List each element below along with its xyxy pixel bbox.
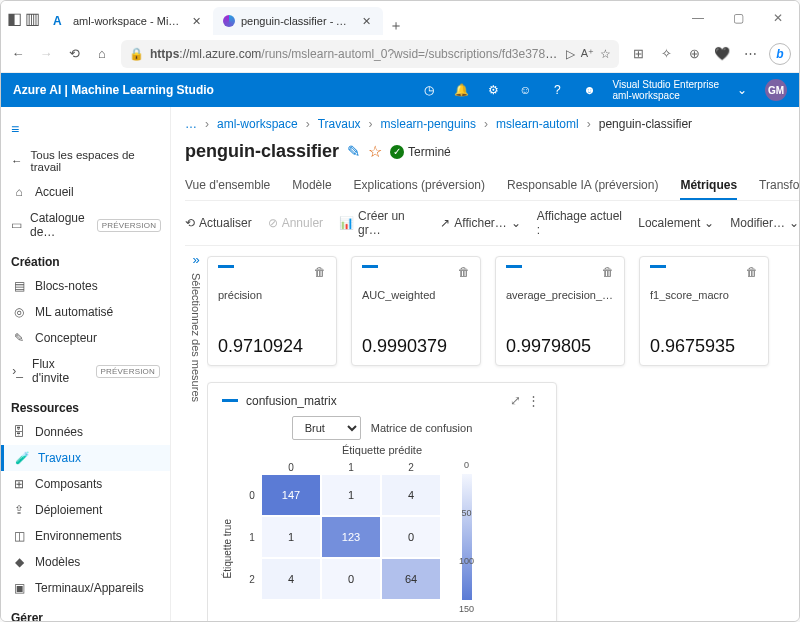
sidebar-section-manage: Gérer <box>1 601 170 621</box>
sidebar-item-deploy[interactable]: ⇪Déploiement <box>1 497 170 523</box>
browser-tab[interactable]: A aml-workspace - Microsoft Azur ✕ <box>43 7 213 35</box>
expand-icon[interactable]: ⤢ <box>506 393 524 408</box>
check-icon: ✓ <box>390 145 404 159</box>
more-icon[interactable]: ⋯ <box>741 46 759 61</box>
edit-icon[interactable]: ✎ <box>347 142 360 161</box>
toolbar: ⟲Actualiser ⊘Annuler 📊Créer un gr… ↗Affi… <box>185 201 799 246</box>
chevron-right-icon[interactable]: » <box>192 252 199 267</box>
cm-cell: 0 <box>321 558 381 600</box>
bing-copilot-button[interactable]: b <box>769 43 791 65</box>
sidebar-item-catalog[interactable]: ▭Catalogue de…PRÉVERSION <box>1 205 170 245</box>
cm-row-header: 2 <box>243 558 261 600</box>
workspace-switcher[interactable]: Visual Studio Enterprise aml-workspace <box>612 79 719 101</box>
avatar[interactable]: GM <box>765 79 787 101</box>
confusion-matrix-card: confusion_matrix ⤢ ⋮ Brut Matrice de con… <box>207 382 557 621</box>
metric-value: 0.9710924 <box>218 336 326 357</box>
feedback-icon[interactable]: ☺ <box>516 83 534 97</box>
help-icon[interactable]: ? <box>548 83 566 97</box>
breadcrumb-ellipsis[interactable]: … <box>185 117 197 131</box>
cancel-button: ⊘Annuler <box>268 216 323 230</box>
sidebar-item-promptflow[interactable]: ›_Flux d'invitePRÉVERSION <box>1 351 170 391</box>
star-icon[interactable]: ☆ <box>368 142 382 161</box>
models-icon: ◆ <box>11 555 27 569</box>
browser-tab-active[interactable]: penguin-classifier - Azure AI | M ✕ <box>213 7 383 35</box>
bell-icon[interactable]: 🔔 <box>452 83 470 97</box>
new-tab-button[interactable]: ＋ <box>383 17 409 35</box>
collections-icon[interactable]: ✧ <box>657 46 675 61</box>
tab-overview[interactable]: Vue d'ensemble <box>185 172 270 200</box>
clock-icon[interactable]: ◷ <box>420 83 438 97</box>
page-title: penguin-classifier <box>185 141 339 162</box>
close-icon[interactable]: ✕ <box>189 14 203 28</box>
designer-icon: ✎ <box>11 331 27 345</box>
metric-card-precision[interactable]: 🗑 précision 0.9710924 <box>207 256 337 366</box>
tab-metrics[interactable]: Métriques <box>680 172 737 200</box>
read-aloud-icon[interactable]: ▷ <box>566 47 575 61</box>
favorite-icon[interactable]: ☆ <box>600 47 611 61</box>
profile-icon[interactable]: ◧ <box>7 11 21 25</box>
sidebar-item-jobs[interactable]: 🧪Travaux <box>1 445 170 471</box>
sidebar-item-terminals[interactable]: ▣Terminaux/Appareils <box>1 575 170 601</box>
text-size-icon[interactable]: A⁺ <box>581 47 594 60</box>
refresh-icon[interactable]: ⟲ <box>65 45 83 63</box>
delete-icon[interactable]: 🗑 <box>458 265 470 279</box>
breadcrumb-link[interactable]: mslearn-automl <box>496 117 579 131</box>
tabgroup-icon[interactable]: ▥ <box>25 11 39 25</box>
metric-card-avg-precision[interactable]: 🗑 average_precision_sco… 0.9979805 <box>495 256 625 366</box>
reading-list-icon[interactable]: ⊞ <box>629 46 647 61</box>
delete-icon[interactable]: 🗑 <box>746 265 758 279</box>
back-icon[interactable]: ← <box>9 45 27 63</box>
view-button[interactable]: ↗Afficher…⌄ <box>440 216 520 230</box>
metric-card-auc[interactable]: 🗑 AUC_weighted 0.9990379 <box>351 256 481 366</box>
close-icon[interactable]: ✕ <box>359 14 373 28</box>
tab-model[interactable]: Modèle <box>292 172 331 200</box>
tab-explanations[interactable]: Explications (préversion) <box>354 172 485 200</box>
breadcrumb: …› aml-workspace› Travaux› mslearn-pengu… <box>185 107 799 137</box>
back-to-workspaces[interactable]: ← Tous les espaces de travail <box>1 143 170 179</box>
jobs-icon: 🧪 <box>14 451 30 465</box>
tab-label: aml-workspace - Microsoft Azur <box>73 15 183 27</box>
breadcrumb-link[interactable]: Travaux <box>318 117 361 131</box>
sidebar-item-envs[interactable]: ◫Environnements <box>1 523 170 549</box>
breadcrumb-link[interactable]: mslearn-penguins <box>381 117 476 131</box>
sidebar-item-models[interactable]: ◆Modèles <box>1 549 170 575</box>
azure-icon: A <box>53 14 67 28</box>
sidebar-item-automl[interactable]: ◎ML automatisé <box>1 299 170 325</box>
refresh-button[interactable]: ⟲Actualiser <box>185 216 252 230</box>
sidebar-item-home[interactable]: ⌂Accueil <box>1 179 170 205</box>
cm-mode-select[interactable]: Brut <box>292 416 361 440</box>
create-chart-button[interactable]: 📊Créer un gr… <box>339 209 424 237</box>
more-icon[interactable]: ⋮ <box>524 393 542 408</box>
azureml-icon <box>223 15 235 27</box>
delete-icon[interactable]: 🗑 <box>314 265 326 279</box>
chevron-down-icon[interactable]: ⌄ <box>733 83 751 97</box>
tab-rai[interactable]: Responsable IA (préversion) <box>507 172 658 200</box>
sidebar-item-notebooks[interactable]: ▤Blocs-notes <box>1 273 170 299</box>
home-icon[interactable]: ⌂ <box>93 45 111 63</box>
metrics-rail[interactable]: » Sélectionnez des mesures <box>185 246 207 621</box>
metric-card-f1[interactable]: 🗑 f1_score_macro 0.9675935 <box>639 256 769 366</box>
window-maximize-icon[interactable]: ▢ <box>723 11 753 25</box>
cm-cell: 64 <box>381 558 441 600</box>
window-close-icon[interactable]: ✕ <box>763 11 793 25</box>
breadcrumb-link[interactable]: aml-workspace <box>217 117 298 131</box>
hamburger-icon[interactable]: ≡ <box>1 115 170 143</box>
sidebar-item-designer[interactable]: ✎Concepteur <box>1 325 170 351</box>
window-minimize-icon[interactable]: — <box>683 11 713 25</box>
tab-data-transform[interactable]: Transformation des données (p <box>759 172 799 200</box>
sidebar-item-components[interactable]: ⊞Composants <box>1 471 170 497</box>
accent-bar <box>218 265 234 268</box>
cm-cell: 4 <box>261 558 321 600</box>
gear-icon[interactable]: ⚙ <box>484 83 502 97</box>
display-value-dropdown[interactable]: Localement⌄ <box>638 216 714 230</box>
address-bar[interactable]: 🔒 https://ml.azure.com/runs/mslearn-auto… <box>121 40 619 68</box>
chevron-down-icon: ⌄ <box>789 216 799 230</box>
delete-icon[interactable]: 🗑 <box>602 265 614 279</box>
sidebar-item-data[interactable]: 🗄Données <box>1 419 170 445</box>
smile-icon[interactable]: ☻ <box>580 83 598 97</box>
accent-bar <box>222 399 238 402</box>
extensions-icon[interactable]: ⊕ <box>685 46 703 61</box>
edit-button[interactable]: Modifier…⌄ <box>730 216 799 230</box>
status-badge: ✓Terminé <box>390 145 451 159</box>
performance-icon[interactable]: 🖤 <box>713 46 731 61</box>
